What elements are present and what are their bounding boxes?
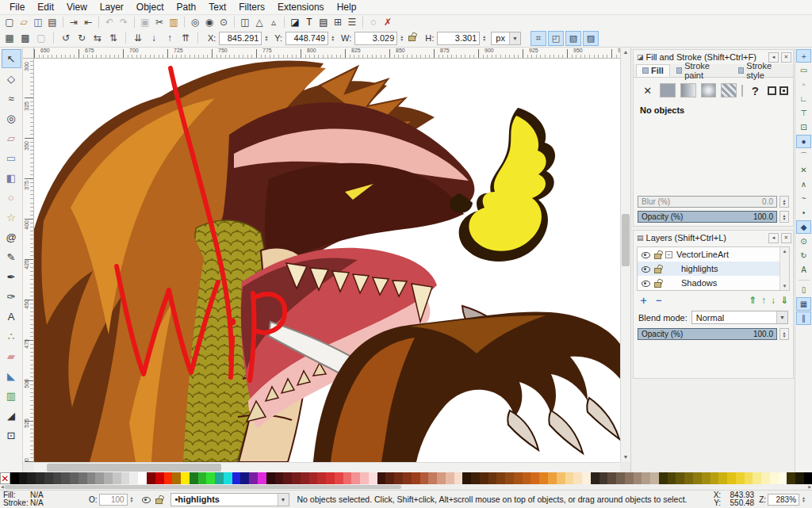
palette-swatch[interactable]	[147, 472, 155, 484]
select-all-button[interactable]: ▦	[2, 31, 17, 45]
palette-swatch[interactable]	[599, 472, 608, 484]
zoom-drawing-button[interactable]: ◉	[202, 16, 216, 29]
x-spinner[interactable]: ▲▼	[264, 35, 268, 41]
snap-bbox-corners-button[interactable]: ∟	[796, 92, 811, 105]
palette-swatch[interactable]	[634, 472, 642, 484]
layer-visibility-icon[interactable]	[142, 495, 151, 504]
layer-row[interactable]: Shadows	[638, 276, 789, 290]
dock-collapse-icon[interactable]: ◂	[768, 233, 779, 243]
layer-row[interactable]: −VectorLineArt	[638, 247, 789, 262]
palette-swatch[interactable]	[753, 472, 761, 484]
palette-swatch[interactable]	[420, 472, 429, 484]
palette-swatch[interactable]	[79, 472, 87, 484]
palette-swatch[interactable]	[292, 472, 301, 484]
palette-swatch[interactable]	[496, 472, 505, 484]
palette-swatch[interactable]	[437, 472, 446, 484]
palette-swatch[interactable]	[557, 472, 565, 484]
selector-button[interactable]: ↖	[2, 49, 21, 68]
find-button[interactable]: ◌	[366, 16, 381, 29]
x-field[interactable]: 845.291	[219, 32, 262, 45]
duplicate-button[interactable]: ◫	[238, 16, 252, 29]
snap-bounding-box-button[interactable]: ▭	[796, 63, 811, 77]
menu-path[interactable]: Path	[170, 1, 203, 13]
snap-cusp-nodes-button[interactable]: ∧	[796, 178, 811, 191]
blur-slider[interactable]: Blur (%)0.0	[638, 196, 777, 208]
palette-swatch[interactable]	[616, 472, 625, 484]
layer-lock-icon[interactable]	[155, 498, 163, 504]
lower-to-bottom-button[interactable]: ⇊	[131, 31, 145, 45]
close-icon[interactable]: ✕	[781, 233, 791, 243]
palette-swatch[interactable]	[138, 472, 147, 484]
layer-row[interactable]: highlights	[638, 262, 789, 276]
export-button[interactable]: ⇤	[81, 16, 95, 29]
paint-bucket-button[interactable]: ◣	[2, 366, 21, 385]
fill-stroke-dialog-button[interactable]: ◪	[288, 16, 302, 29]
palette-swatch[interactable]	[326, 472, 335, 484]
ellipse-button[interactable]: ○	[2, 188, 21, 207]
lock-icon[interactable]	[654, 282, 661, 288]
palette-swatch[interactable]	[718, 472, 727, 484]
palette-swatch[interactable]	[505, 472, 514, 484]
raise-layer-button[interactable]: ↑	[761, 295, 766, 306]
scale-corners-toggle-button[interactable]: ◰	[548, 31, 564, 46]
zoom-button[interactable]: ◎	[2, 109, 21, 128]
canvas[interactable]	[34, 59, 620, 462]
palette-swatch[interactable]	[369, 472, 377, 484]
layers-dialog-button[interactable]: ▤	[316, 16, 331, 29]
palette-swatch[interactable]	[702, 472, 710, 484]
snap-midpoints-button[interactable]: •	[796, 206, 811, 220]
palette-swatch[interactable]	[351, 472, 360, 484]
ruler-vertical[interactable]: 300325350375400425450475500525550	[23, 59, 34, 462]
palette-swatch[interactable]	[172, 472, 181, 484]
palette-swatch[interactable]	[317, 472, 326, 484]
unknown-paint-button[interactable]: ?	[748, 83, 763, 97]
menu-object[interactable]: Object	[130, 1, 170, 13]
palette-swatch[interactable]	[523, 472, 531, 484]
create-clone-button[interactable]: △	[252, 16, 266, 29]
bezier-pen-button[interactable]: ✒	[2, 267, 21, 286]
fill-rule-evenodd-button[interactable]	[768, 86, 776, 95]
zoom-spinner[interactable]: ▲▼	[802, 496, 806, 502]
palette-swatch[interactable]	[249, 472, 258, 484]
palette-swatch[interactable]	[224, 472, 232, 484]
spiral-button[interactable]: @	[2, 227, 21, 246]
snap-guides-button[interactable]: ∥	[796, 311, 811, 325]
snap-bbox-edges-button[interactable]: ▫	[796, 78, 811, 91]
palette-swatch[interactable]	[488, 472, 497, 484]
unlink-clone-button[interactable]: ▵	[266, 16, 281, 29]
zoom-page-button[interactable]: ⊙	[216, 16, 231, 29]
redo-button[interactable]: ↷	[117, 16, 131, 29]
rotate-ccw-button[interactable]: ↺	[59, 31, 73, 45]
tab-stroke-style[interactable]: Stroke style	[732, 64, 793, 77]
menu-help[interactable]: Help	[331, 1, 363, 13]
palette-swatch[interactable]	[480, 472, 488, 484]
rectangle-button[interactable]: ▭	[2, 148, 21, 167]
text-button[interactable]: A	[2, 307, 21, 326]
palette-swatch[interactable]	[394, 472, 403, 484]
palette-swatch[interactable]	[104, 472, 113, 484]
vscroll-thumb[interactable]	[622, 214, 630, 266]
palette-swatch[interactable]	[770, 472, 779, 484]
palette-swatch[interactable]	[206, 472, 215, 484]
palette-swatch[interactable]	[113, 472, 121, 484]
scale-stroke-toggle-button[interactable]: ⌗	[530, 31, 546, 46]
measure-button[interactable]: ▱	[2, 128, 21, 147]
expander-icon[interactable]: −	[665, 251, 672, 258]
lock-icon[interactable]	[654, 268, 661, 273]
y-field[interactable]: 448.749	[285, 32, 328, 45]
palette-swatch[interactable]	[181, 472, 190, 484]
palette-swatch[interactable]	[232, 472, 241, 484]
fill-rule-nonzero-button[interactable]	[779, 86, 788, 95]
flip-vertical-button[interactable]: ⇅	[106, 31, 121, 45]
current-layer-select[interactable]: •highlights▼	[170, 493, 289, 506]
lock-icon[interactable]	[654, 254, 661, 259]
palette-swatch[interactable]	[403, 472, 412, 484]
palette-swatch[interactable]	[343, 472, 352, 484]
palette-swatch[interactable]	[591, 472, 599, 484]
palette-swatch[interactable]	[693, 472, 702, 484]
ruler-horizontal[interactable]: 6506757007257507758008258508759009259509…	[34, 48, 620, 59]
palette-swatch[interactable]	[607, 472, 616, 484]
snap-smooth-nodes-button[interactable]: ~	[796, 192, 811, 205]
pattern-button[interactable]	[721, 83, 737, 97]
palette-swatch[interactable]	[710, 472, 719, 484]
